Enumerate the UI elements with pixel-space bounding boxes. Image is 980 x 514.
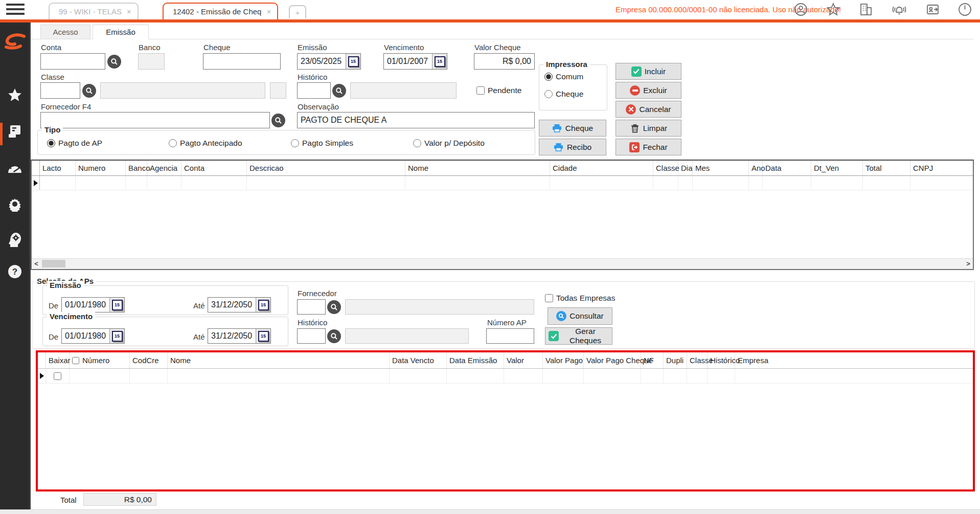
column-header[interactable]: Número [70, 352, 130, 368]
column-header[interactable]: Data [763, 161, 811, 175]
table-row[interactable] [38, 369, 973, 384]
tipo-pagto-simples-radio[interactable]: Pagto Simples [291, 139, 353, 148]
column-header[interactable]: Numero [76, 161, 126, 175]
impressora-comum-radio[interactable]: Comum [544, 72, 583, 81]
numero-ap-input[interactable] [486, 328, 534, 344]
column-header[interactable]: Data Vencto [390, 352, 447, 368]
emissao-ate-input[interactable] [208, 298, 256, 312]
scroll-left-arrow[interactable]: < [32, 259, 41, 269]
aps-fornecedor-search-icon[interactable] [327, 300, 341, 314]
column-header[interactable]: Dupli [664, 352, 687, 368]
power-icon[interactable] [958, 3, 972, 16]
aps-historico-input[interactable] [297, 328, 326, 344]
column-header[interactable]: Valor [504, 352, 543, 368]
pendente-checkbox[interactable]: Pendente [476, 86, 521, 95]
calendar-icon[interactable]: 15 [109, 329, 124, 343]
baixar-cell[interactable] [46, 369, 70, 383]
vencimento-date-input[interactable] [384, 54, 432, 69]
gerar-cheques-button[interactable]: Gerar Cheques [545, 327, 612, 345]
column-header[interactable]: NF [641, 352, 664, 368]
hamburger-menu-icon[interactable] [6, 4, 25, 16]
column-header[interactable]: Empresa [735, 352, 950, 368]
cancelar-button[interactable]: Cancelar [616, 101, 681, 118]
close-icon[interactable]: × [127, 8, 131, 15]
tab-acesso[interactable]: Acesso [40, 25, 90, 39]
assistant-head-icon[interactable] [0, 231, 29, 248]
column-header[interactable]: CodCre [130, 352, 168, 368]
conta-input[interactable] [40, 53, 105, 70]
classe-input[interactable] [40, 82, 80, 99]
dashboard-gauge-icon[interactable] [0, 161, 29, 176]
fechar-button[interactable]: Fechar [616, 139, 681, 155]
column-header[interactable]: Baixar [46, 352, 70, 368]
column-header[interactable]: Nome [168, 352, 390, 368]
observacao-input[interactable] [297, 112, 535, 128]
column-header[interactable]: Agencia [147, 161, 181, 175]
notifications-icon[interactable] [891, 3, 907, 16]
emissao-date-input[interactable] [298, 54, 346, 69]
buildings-icon[interactable] [859, 3, 873, 16]
emissao-de-input[interactable] [62, 298, 109, 312]
tipo-pagto-ap-radio[interactable]: Pagto de AP [47, 139, 102, 148]
column-header[interactable]: CNPJ [910, 161, 972, 175]
calendar-icon[interactable]: 15 [109, 298, 124, 312]
browser-tab-emissao-cheque[interactable]: 12402 - Emissão de Cheq × [163, 3, 278, 19]
column-header[interactable]: Classe [687, 352, 708, 368]
valor-cheque-input[interactable] [474, 53, 535, 70]
todas-empresas-checkbox[interactable]: Todas Empresas [545, 294, 615, 303]
user-icon[interactable] [794, 3, 808, 16]
column-header[interactable]: Conta [181, 161, 247, 175]
close-icon[interactable]: × [266, 8, 271, 15]
consultar-button[interactable]: Consultar [548, 307, 612, 325]
tipo-pagto-antecipado-radio[interactable]: Pagto Antecipado [169, 139, 242, 148]
limpar-button[interactable]: Limpar [616, 120, 681, 137]
column-header[interactable]: Banco [126, 161, 147, 175]
scrollbar-thumb[interactable] [42, 260, 65, 267]
column-header[interactable]: Histórico [708, 352, 735, 368]
cheque-input[interactable] [203, 53, 281, 70]
vencimento-de-input[interactable] [62, 329, 109, 343]
column-header[interactable]: Valor Pago [543, 352, 584, 368]
pendente-checkbox-input[interactable] [476, 86, 485, 95]
historico-input[interactable] [297, 82, 331, 99]
favorites-star-icon[interactable] [0, 88, 29, 103]
column-header[interactable]: Nome [405, 161, 550, 175]
impressora-cheque-radio[interactable]: Cheque [544, 90, 583, 99]
calendar-icon[interactable]: 15 [432, 54, 447, 69]
horizontal-scrollbar[interactable]: < > [32, 258, 973, 269]
baixar-checkbox[interactable] [54, 372, 61, 380]
column-header[interactable]: Cidade [550, 161, 653, 175]
column-header[interactable]: Classe [653, 161, 678, 175]
brand-logo[interactable] [0, 33, 29, 50]
fornecedor-f4-search-icon[interactable] [271, 114, 285, 127]
column-header[interactable]: Dt_Ven [811, 161, 863, 175]
browser-tab-wiki-telas[interactable]: 99 - WIKI - TELAS × [49, 3, 139, 19]
table-row[interactable] [32, 176, 973, 190]
new-tab-icon[interactable]: + [289, 5, 306, 18]
classe-search-icon[interactable] [82, 84, 96, 98]
column-header[interactable]: Lacto [40, 161, 76, 175]
imprimir-cheque-button[interactable]: Cheque [539, 120, 606, 137]
incluir-button[interactable]: Incluir [616, 63, 681, 80]
settings-gear-icon[interactable] [0, 196, 29, 212]
excluir-button[interactable]: Excluir [616, 82, 681, 99]
imprimir-recibo-button[interactable]: Recibo [539, 139, 606, 155]
column-header[interactable]: Descricao [247, 161, 405, 175]
column-header[interactable]: Total [863, 161, 910, 175]
conta-search-icon[interactable] [107, 55, 121, 69]
column-header[interactable]: Valor Pago Cheque [584, 352, 641, 368]
star-icon[interactable] [826, 3, 840, 16]
aps-fornecedor-input[interactable] [297, 299, 326, 315]
column-header[interactable]: Ano [749, 161, 763, 175]
select-all-checkbox[interactable] [72, 357, 79, 364]
help-question-icon[interactable]: ? [0, 264, 29, 279]
vencimento-ate-input[interactable] [208, 329, 256, 343]
aps-historico-search-icon[interactable] [327, 329, 341, 343]
scroll-right-arrow[interactable]: > [964, 259, 973, 269]
calendar-icon[interactable]: 15 [256, 329, 270, 343]
tab-emissao[interactable]: Emissão [93, 25, 149, 39]
tipo-valor-deposito-radio[interactable]: Valor p/ Depósito [413, 139, 485, 148]
badge-logout-icon[interactable] [926, 3, 940, 16]
calendar-icon[interactable]: 15 [256, 298, 270, 312]
calendar-icon[interactable]: 15 [346, 54, 360, 69]
